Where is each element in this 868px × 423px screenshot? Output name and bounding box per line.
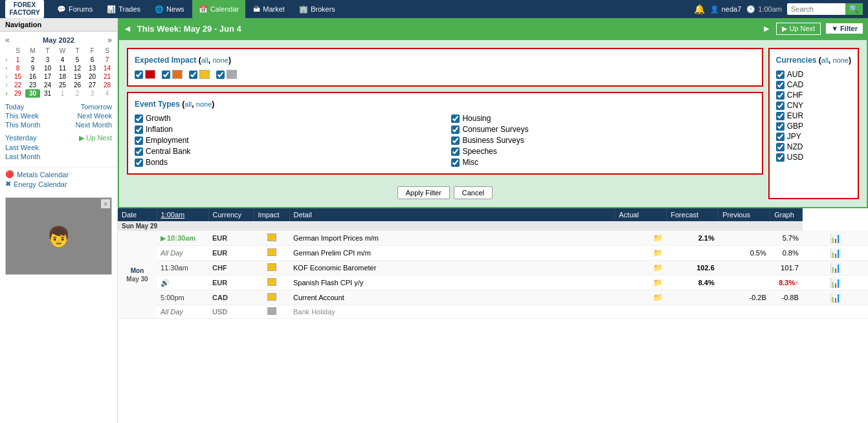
nzd-checkbox[interactable] <box>776 143 785 151</box>
cal-day[interactable]: 17 <box>40 72 55 81</box>
nav-calendar[interactable]: 📅 Calendar <box>192 0 246 18</box>
week-nav-row5[interactable]: › <box>3 89 10 98</box>
graph-cell[interactable]: 📊 <box>803 276 868 290</box>
cal-day[interactable]: 31 <box>40 89 55 98</box>
central-bank-checkbox[interactable] <box>135 147 143 156</box>
filter-button[interactable]: ▼ Filter <box>826 23 863 34</box>
notification-bell-icon[interactable]: 🔔 <box>694 4 705 14</box>
time-column-header[interactable]: 1:00am <box>157 208 208 221</box>
impact-orange-checkbox[interactable] <box>162 70 170 79</box>
cal-day[interactable]: 6 <box>85 56 100 64</box>
growth-checkbox[interactable] <box>135 114 143 123</box>
cal-day[interactable]: 27 <box>85 81 100 89</box>
impact-yellow-checkbox[interactable] <box>189 70 197 79</box>
graph-icon[interactable]: 📊 <box>830 263 841 273</box>
speaker-icon[interactable]: 🔊 <box>161 279 170 287</box>
apply-filter-button[interactable]: Apply Filter <box>397 186 450 199</box>
cal-day[interactable]: 13 <box>85 64 100 72</box>
cal-day[interactable]: 25 <box>55 81 70 89</box>
detail-name-cell[interactable]: KOF Economic Barometer <box>289 261 615 276</box>
jpy-checkbox[interactable] <box>776 133 785 141</box>
graph-icon[interactable]: 📊 <box>830 292 841 303</box>
inflation-checkbox[interactable] <box>135 125 143 134</box>
cal-day[interactable]: 7 <box>100 56 115 64</box>
next-week-button[interactable]: ► <box>762 23 772 34</box>
cal-day[interactable]: 24 <box>40 81 55 89</box>
detail-name-cell[interactable]: Bank Holiday <box>289 305 615 319</box>
bonds-checkbox[interactable] <box>135 158 143 167</box>
cal-day[interactable]: 1 <box>10 56 25 64</box>
month-year-display[interactable]: May 2022 <box>43 36 74 44</box>
yesterday-link[interactable]: Yesterday <box>5 134 37 142</box>
cal-day[interactable]: 10 <box>40 64 55 72</box>
prev-week-button[interactable]: ◄ <box>123 23 132 34</box>
cny-checkbox[interactable] <box>776 102 785 110</box>
cal-day[interactable]: 4 <box>55 56 70 64</box>
prev-month-button[interactable]: « <box>5 36 10 45</box>
cal-day[interactable]: 21 <box>100 72 115 81</box>
impact-red-checkbox[interactable] <box>135 70 143 79</box>
energy-calendar-link[interactable]: ✖ Energy Calendar <box>5 180 112 188</box>
cal-day[interactable]: 23 <box>25 81 40 89</box>
cal-day[interactable]: 14 <box>100 64 115 72</box>
gbp-checkbox[interactable] <box>776 122 785 131</box>
cal-day[interactable]: 3 <box>40 56 55 64</box>
graph-icon[interactable]: 📊 <box>830 277 841 288</box>
up-next-link[interactable]: ▶ Up Next <box>79 134 112 142</box>
consumer-surveys-checkbox[interactable] <box>451 125 460 134</box>
close-ad-button[interactable]: ✕ <box>101 199 110 208</box>
eur-checkbox[interactable] <box>776 112 785 120</box>
cal-day[interactable]: 9 <box>25 64 40 72</box>
impact-all-link[interactable]: all <box>201 56 208 64</box>
cal-day[interactable]: 18 <box>55 72 70 81</box>
impact-gray-checkbox[interactable] <box>216 70 225 79</box>
user-display[interactable]: 👤 neda7 <box>710 5 742 14</box>
nav-brokers[interactable]: 🏢 Brokers <box>293 0 342 18</box>
search-input[interactable] <box>787 4 845 14</box>
cal-day-today[interactable]: 30 <box>25 89 40 98</box>
nav-trades[interactable]: 📊 Trades <box>100 0 147 18</box>
last-week-link[interactable]: Last Week <box>5 144 39 151</box>
chf-checkbox[interactable] <box>776 91 785 100</box>
business-surveys-checkbox[interactable] <box>451 136 460 145</box>
cal-day[interactable]: 5 <box>70 56 85 64</box>
cal-day[interactable]: 29 <box>10 89 25 98</box>
week-nav-row1[interactable]: › <box>3 56 10 64</box>
cal-day[interactable]: 8 <box>10 64 25 72</box>
event-types-none-link[interactable]: none <box>196 100 212 108</box>
cal-day[interactable]: 28 <box>100 81 115 89</box>
up-next-button[interactable]: ▶ Up Next <box>776 23 821 35</box>
aud-checkbox[interactable] <box>776 70 785 79</box>
cal-day[interactable]: 4 <box>100 89 115 98</box>
employment-checkbox[interactable] <box>135 136 143 145</box>
misc-checkbox[interactable] <box>451 158 460 167</box>
today-link[interactable]: Today <box>5 103 24 111</box>
week-nav-row2[interactable]: › <box>3 64 10 72</box>
cal-day[interactable]: 26 <box>70 81 85 89</box>
graph-icon[interactable]: 📊 <box>830 248 841 258</box>
graph-cell[interactable]: 📊 <box>803 261 868 276</box>
cal-day[interactable]: 11 <box>55 64 70 72</box>
nav-news[interactable]: 🌐 News <box>148 0 191 18</box>
cal-day[interactable]: 22 <box>10 81 25 89</box>
next-week-link[interactable]: Next Week <box>77 112 112 120</box>
week-nav-row3[interactable]: › <box>3 72 10 81</box>
nav-market[interactable]: 🏔 Market <box>247 0 291 18</box>
speeches-checkbox[interactable] <box>451 147 460 156</box>
graph-cell[interactable]: 📊 <box>803 290 868 305</box>
detail-name-cell[interactable]: Spanish Flash CPI y/y <box>289 276 615 290</box>
cal-day[interactable]: 19 <box>70 72 85 81</box>
this-week-link[interactable]: This Week <box>5 112 39 120</box>
cal-day[interactable]: 2 <box>70 89 85 98</box>
last-month-link[interactable]: Last Month <box>5 153 40 160</box>
detail-name-cell[interactable]: German Prelim CPI m/m <box>289 246 615 261</box>
cal-day[interactable]: 1 <box>55 89 70 98</box>
detail-name-cell[interactable]: German Import Prices m/m <box>289 231 615 246</box>
graph-icon[interactable]: 📊 <box>830 233 841 243</box>
tomorrow-link[interactable]: Tomorrow <box>81 103 112 111</box>
cal-day[interactable]: 12 <box>70 64 85 72</box>
graph-cell[interactable]: 📊 <box>803 231 868 246</box>
detail-name-cell[interactable]: Current Account <box>289 290 615 305</box>
cal-day[interactable]: 3 <box>85 89 100 98</box>
nav-forums[interactable]: 💬 Forums <box>50 0 99 18</box>
